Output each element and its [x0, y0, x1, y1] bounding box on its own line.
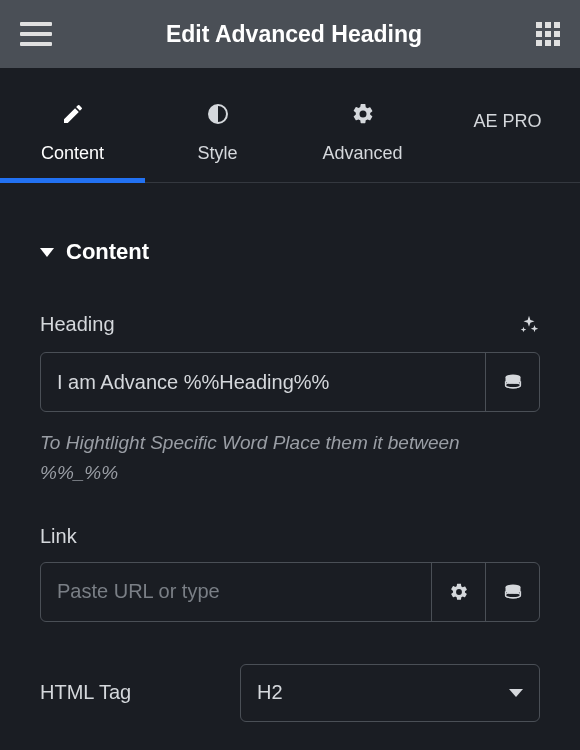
link-label: Link	[40, 525, 77, 548]
database-icon	[503, 373, 523, 391]
page-title: Edit Advanced Heading	[52, 21, 536, 48]
link-dynamic-button[interactable]	[485, 563, 539, 621]
caret-down-icon	[40, 248, 54, 257]
heading-label: Heading	[40, 313, 115, 336]
htmltag-value: H2	[257, 681, 283, 704]
tab-label: Advanced	[322, 143, 402, 164]
gear-icon	[449, 582, 469, 602]
ai-sparkle-icon[interactable]	[518, 314, 540, 336]
section-toggle-content[interactable]: Content	[40, 239, 540, 265]
heading-input-group	[40, 352, 540, 412]
link-input-group	[40, 562, 540, 622]
gear-icon	[350, 101, 376, 127]
tab-aepro[interactable]: AE PRO	[435, 78, 580, 182]
menu-icon[interactable]	[20, 22, 52, 46]
tab-style[interactable]: Style	[145, 78, 290, 182]
tab-label: Content	[41, 143, 104, 164]
heading-hint: To Hightlight Specific Word Place them i…	[40, 428, 540, 489]
link-input[interactable]	[41, 563, 431, 621]
pencil-icon	[60, 101, 86, 127]
section-title: Content	[66, 239, 149, 265]
tab-content[interactable]: Content	[0, 78, 145, 182]
dynamic-tags-button[interactable]	[485, 353, 539, 411]
tab-label: AE PRO	[473, 111, 541, 132]
apps-grid-icon[interactable]	[536, 22, 560, 46]
database-icon	[503, 583, 523, 601]
tab-advanced[interactable]: Advanced	[290, 78, 435, 182]
contrast-icon	[205, 101, 231, 127]
htmltag-label: HTML Tag	[40, 681, 200, 704]
heading-input[interactable]	[41, 353, 485, 411]
htmltag-select[interactable]: H2	[240, 664, 540, 722]
link-options-button[interactable]	[431, 563, 485, 621]
tab-label: Style	[197, 143, 237, 164]
chevron-down-icon	[509, 689, 523, 697]
